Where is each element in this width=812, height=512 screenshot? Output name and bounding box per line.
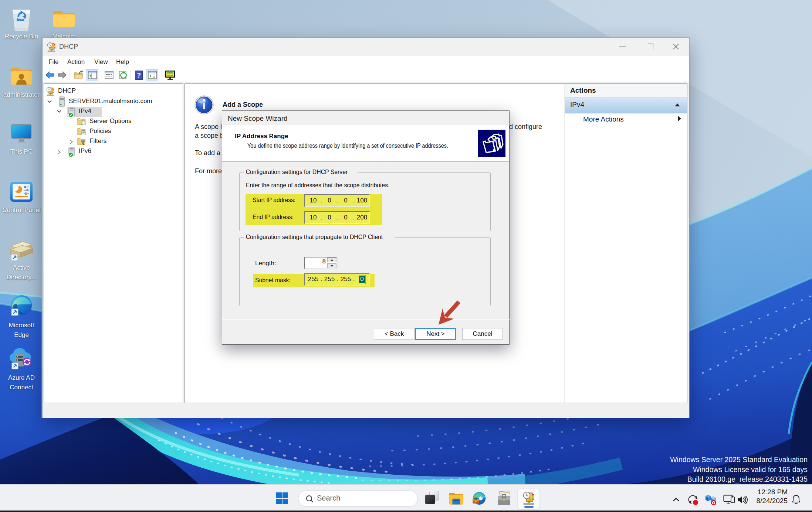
svg-text:?: ? — [137, 72, 141, 79]
